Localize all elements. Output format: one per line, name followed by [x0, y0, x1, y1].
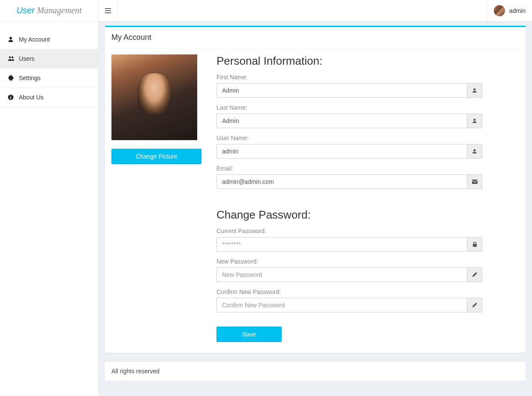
sidebar-item-label: About Us: [19, 94, 44, 101]
pencil-icon: [467, 298, 482, 312]
sidebar-item-about[interactable]: About Us: [0, 88, 98, 107]
sidebar-item-my-account[interactable]: My Account: [0, 30, 98, 49]
logo-part1: User: [16, 6, 37, 15]
user-icon: [467, 83, 482, 98]
username-label: User Name:: [216, 135, 482, 141]
new-password-input[interactable]: [216, 267, 467, 282]
sidebar-item-label: Settings: [19, 75, 41, 81]
profile-picture: [111, 54, 197, 140]
current-password-input[interactable]: [216, 237, 467, 252]
topbar: admin: [99, 0, 532, 21]
gear-icon: [8, 75, 17, 81]
email-label: Email:: [216, 165, 482, 172]
email-input[interactable]: [216, 174, 467, 189]
app-logo: User Management: [0, 0, 98, 21]
sidebar-item-label: Users: [19, 55, 35, 62]
info-icon: [8, 94, 17, 100]
user-icon: [467, 144, 482, 159]
sidebar-item-label: My Account: [19, 36, 50, 43]
envelope-icon: [467, 174, 482, 189]
my-account-panel: My Account Change Picture Personal Infor…: [105, 26, 526, 353]
page-title: My Account: [105, 27, 526, 48]
username-input[interactable]: [216, 144, 467, 159]
personal-info-heading: Personal Information:: [216, 54, 482, 68]
footer: All rights reserved: [105, 361, 526, 381]
sidebar: User Management My Account Users Sett: [0, 0, 99, 396]
confirm-password-label: Confirm New Password:: [216, 288, 482, 295]
pencil-icon: [467, 267, 482, 282]
hamburger-icon: [105, 8, 111, 13]
first-name-input[interactable]: [216, 83, 467, 98]
current-password-label: Current Password:: [216, 228, 482, 234]
lock-icon: [467, 237, 482, 252]
sidebar-item-settings[interactable]: Settings: [0, 69, 98, 88]
users-icon: [8, 56, 17, 62]
footer-text: All rights reserved: [111, 368, 159, 375]
user-icon: [467, 114, 482, 128]
last-name-label: Last Name:: [216, 104, 482, 111]
sidebar-toggle[interactable]: [99, 0, 117, 21]
avatar: [494, 5, 505, 16]
sidebar-nav: My Account Users Settings About Us: [0, 30, 98, 107]
change-picture-button[interactable]: Change Picture: [111, 149, 201, 164]
first-name-label: First Name:: [216, 74, 482, 81]
last-name-input[interactable]: [216, 114, 467, 128]
user-icon: [8, 36, 17, 42]
logo-part2: Management: [37, 6, 81, 15]
change-password-heading: Change Password:: [216, 208, 482, 222]
confirm-password-input[interactable]: [216, 298, 467, 312]
save-button[interactable]: Save: [216, 327, 282, 342]
svg-point-1: [10, 96, 11, 96]
svg-rect-2: [10, 97, 11, 99]
user-menu[interactable]: admin: [487, 0, 532, 21]
sidebar-item-users[interactable]: Users: [0, 49, 98, 69]
username-label: admin: [509, 7, 526, 14]
new-password-label: New Password:: [216, 258, 482, 265]
